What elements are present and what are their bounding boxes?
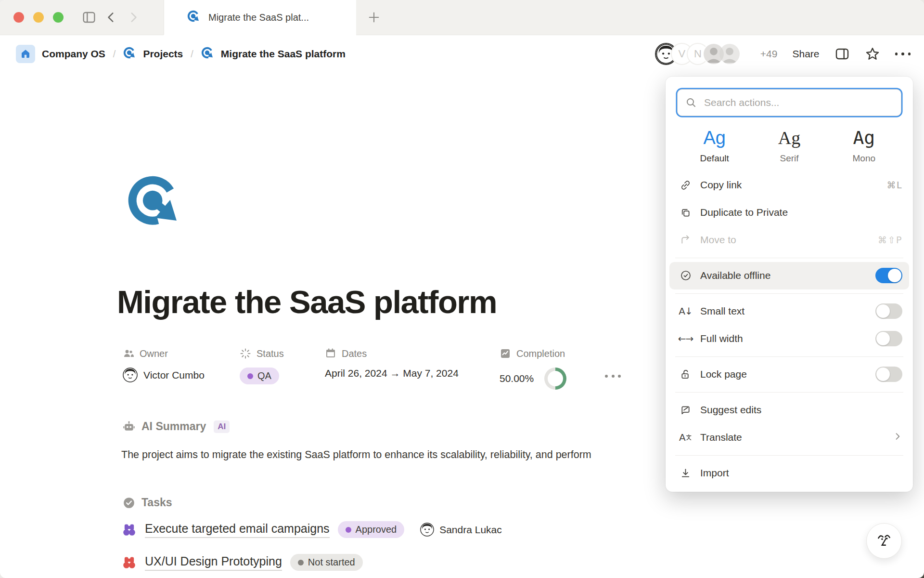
small-text-toggle[interactable] bbox=[875, 303, 902, 319]
menu-item-available-offline[interactable]: Available offline bbox=[669, 262, 909, 289]
robot-icon bbox=[123, 420, 135, 433]
shortcut-label: ⌘⇧P bbox=[878, 235, 902, 245]
property-status: Status QA bbox=[240, 348, 284, 384]
search-input[interactable] bbox=[703, 96, 893, 109]
owner-avatar bbox=[123, 368, 138, 382]
binoculars-icon bbox=[122, 522, 137, 537]
completion-property-label[interactable]: Completion bbox=[500, 348, 566, 359]
font-option-default[interactable]: Ag Default bbox=[677, 128, 752, 164]
property-owner: Owner Victor Cumbo bbox=[123, 348, 205, 382]
move-to-icon bbox=[679, 235, 692, 246]
duplicate-icon bbox=[679, 207, 692, 218]
task-status-badge: Approved bbox=[338, 521, 405, 538]
assignee-avatar bbox=[420, 523, 434, 537]
chart-icon bbox=[500, 348, 511, 359]
menu-divider bbox=[675, 356, 903, 357]
lock-open-icon bbox=[679, 369, 692, 380]
dates-value[interactable]: April 26, 2024 → May 7, 2024 bbox=[325, 368, 459, 379]
ai-summary-heading: AI Summary AI bbox=[123, 420, 230, 433]
menu-item-translate[interactable]: A Translate bbox=[669, 424, 909, 451]
task-assignee: Sandra Lukac bbox=[420, 523, 502, 537]
full-width-icon: ←→ bbox=[679, 333, 692, 344]
small-text-icon: A↓ bbox=[679, 305, 692, 317]
ai-summary-text[interactable]: The project aims to migrate the existing… bbox=[121, 449, 591, 461]
task-status-badge: Not started bbox=[290, 554, 363, 571]
menu-divider bbox=[675, 293, 903, 294]
menu-item-copy-link[interactable]: Copy link ⌘L bbox=[669, 171, 909, 199]
check-circle-icon bbox=[123, 497, 135, 509]
status-badge: QA bbox=[240, 368, 279, 384]
menu-item-suggest-edits[interactable]: Suggest edits bbox=[669, 396, 909, 424]
menu-item-duplicate[interactable]: Duplicate to Private bbox=[669, 199, 909, 226]
badge-dot bbox=[298, 560, 304, 565]
menu-divider bbox=[675, 258, 903, 258]
menu-divider bbox=[675, 455, 903, 456]
menu-item-move-to[interactable]: Move to ⌘⇧P bbox=[669, 226, 909, 254]
owner-value[interactable]: Victor Cumbo bbox=[123, 368, 205, 382]
status-spinner-icon bbox=[240, 348, 251, 359]
translate-icon: A bbox=[679, 432, 692, 443]
import-icon bbox=[679, 468, 692, 479]
menu-item-full-width[interactable]: ←→ Full width bbox=[669, 325, 909, 353]
task-row: Execute targeted email campaigns Approve… bbox=[122, 521, 502, 538]
actions-search[interactable] bbox=[677, 89, 901, 116]
binoculars-icon bbox=[122, 555, 137, 570]
menu-divider bbox=[675, 392, 903, 393]
properties-more-button[interactable] bbox=[605, 375, 621, 378]
task-link[interactable]: Execute targeted email campaigns bbox=[145, 522, 330, 538]
badge-dot bbox=[346, 527, 351, 533]
task-row: UX/UI Design Prototyping Not started bbox=[122, 554, 363, 571]
property-table: Owner Victor Cumbo Status QA bbox=[123, 348, 671, 401]
calendar-icon bbox=[325, 348, 336, 359]
ai-face-icon bbox=[874, 531, 894, 551]
completion-value[interactable]: 50.00% bbox=[500, 368, 566, 390]
submenu-chevron-icon bbox=[893, 432, 902, 444]
property-completion: Completion 50.00% bbox=[500, 348, 566, 390]
badge-dot bbox=[247, 373, 253, 379]
full-width-toggle[interactable] bbox=[875, 331, 902, 346]
lock-page-toggle[interactable] bbox=[875, 367, 902, 382]
menu-items: Copy link ⌘L Duplicate to Private Move t… bbox=[669, 171, 909, 487]
available-offline-toggle[interactable] bbox=[875, 268, 902, 283]
page-title[interactable]: Migrate the SaaS platform bbox=[117, 283, 497, 320]
completion-progress-ring bbox=[544, 368, 566, 390]
shortcut-label: ⌘L bbox=[886, 180, 902, 190]
menu-item-small-text[interactable]: A↓ Small text bbox=[669, 298, 909, 325]
app-window: Migrate the SaaS plat... Company OS / Pr… bbox=[0, 0, 924, 578]
ai-badge: AI bbox=[214, 420, 230, 433]
task-link[interactable]: UX/UI Design Prototyping bbox=[145, 554, 282, 571]
status-property-label[interactable]: Status bbox=[240, 348, 284, 359]
suggest-edits-icon bbox=[679, 405, 692, 416]
people-icon bbox=[123, 348, 134, 359]
font-option-mono[interactable]: Ag Mono bbox=[827, 128, 901, 164]
menu-item-import[interactable]: Import bbox=[669, 460, 909, 487]
search-icon bbox=[685, 97, 697, 108]
page-logo-icon[interactable] bbox=[127, 174, 189, 239]
font-option-serif[interactable]: Ag Serif bbox=[752, 128, 826, 164]
link-icon bbox=[679, 180, 692, 191]
offline-check-icon bbox=[679, 270, 692, 281]
menu-item-lock-page[interactable]: Lock page bbox=[669, 361, 909, 388]
status-value[interactable]: QA bbox=[240, 368, 284, 384]
dates-property-label[interactable]: Dates bbox=[325, 348, 459, 359]
owner-property-label[interactable]: Owner bbox=[123, 348, 205, 359]
font-selector: Ag Default Ag Serif Ag Mono bbox=[677, 128, 901, 164]
actions-menu: Ag Default Ag Serif Ag Mono Copy link ⌘L bbox=[666, 77, 913, 492]
tasks-heading: Tasks bbox=[123, 496, 172, 509]
property-dates: Dates April 26, 2024 → May 7, 2024 bbox=[325, 348, 459, 379]
ai-assistant-button[interactable] bbox=[866, 523, 902, 559]
